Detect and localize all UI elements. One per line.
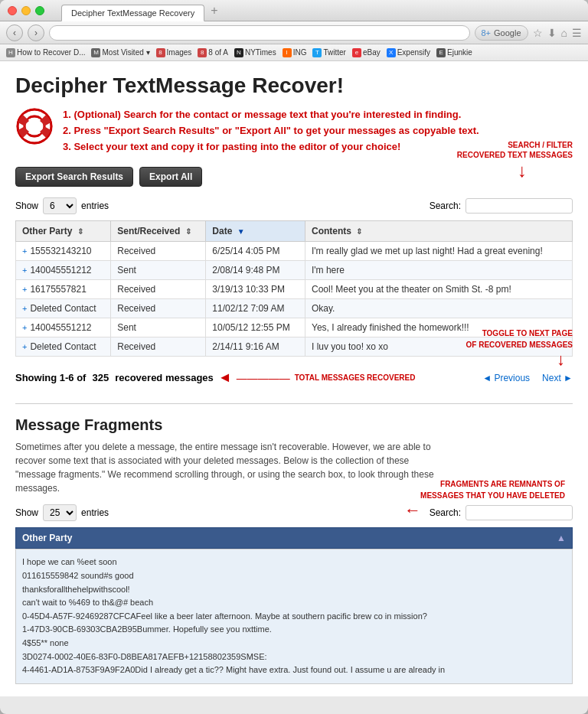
annotation-arrow-down: ↓ (457, 160, 573, 181)
sort-arrow-direction: ⇕ (185, 227, 191, 236)
search-box: Search: (430, 198, 573, 214)
forward-button[interactable]: › (28, 24, 44, 41)
expand-icon[interactable]: + (22, 323, 27, 332)
close-button[interactable] (8, 6, 17, 15)
back-button[interactable]: ‹ (6, 24, 23, 41)
svg-point-2 (18, 109, 51, 143)
menu-icon[interactable]: ☰ (572, 27, 582, 39)
bookmark-favicon: I (283, 48, 292, 57)
fragments-entries-select[interactable]: 25 10 50 (43, 504, 77, 521)
showing-suffix: recovered messages (115, 372, 214, 383)
showing-count: 325 (92, 372, 109, 383)
bookmark-how-to[interactable]: H How to Recover D... (6, 48, 85, 57)
fragments-entries-label: entries (81, 507, 109, 518)
fragments-content: I hope we can %eet soon 011615559842 sou… (15, 549, 573, 683)
minimize-button[interactable] (21, 6, 31, 15)
col-sent-received[interactable]: Sent/Received ⇕ (111, 221, 206, 242)
bookmark-favicon: N (234, 48, 243, 57)
bookmark-label: Twitter (323, 48, 345, 57)
fragment-line-8: 3D0274-0002-40E6-83F0-D8BEA817AEFB+12158… (22, 650, 566, 664)
bookmark-favicon: M (91, 48, 100, 57)
col-date[interactable]: Date ▼ (206, 221, 305, 242)
next-button[interactable]: Next ► (542, 373, 573, 383)
toggle-label: TOGGLE TO NEXT PAGEOF RECOVERED MESSAGES (466, 329, 573, 349)
instructions-list: 1. (Optional) Search for the contact or … (63, 107, 479, 155)
total-messages-arrow2: ————— (237, 372, 290, 384)
bookmark-nytimes[interactable]: N NYTimes (234, 48, 276, 57)
pagination: ◄ Previous Next ► (482, 373, 573, 383)
entries-select[interactable]: 6 10 25 (43, 197, 77, 214)
showing-text: Showing 1-6 of (15, 372, 86, 383)
title-bar: Decipher TextMessage Recovery + (0, 0, 588, 21)
col-other-party-fragments[interactable]: Other Party ▲ (15, 527, 573, 549)
expand-icon[interactable]: + (22, 266, 27, 275)
table-row: +140045551212 Sent 2/08/14 9:48 PM I'm h… (16, 261, 573, 280)
bookmark-label: eBay (363, 48, 381, 57)
col-contents[interactable]: Contents ⇕ (305, 221, 572, 242)
fragment-line-7: 4$55** none (22, 637, 566, 650)
search-engine-icon: 8+ (482, 28, 492, 37)
cell-content: Cool! Meet you at the theater on Smith S… (305, 280, 572, 299)
address-bar[interactable] (49, 25, 470, 41)
fragments-show-entries: Show 25 10 50 entries (15, 504, 109, 521)
expand-icon[interactable]: + (22, 304, 27, 313)
expand-icon[interactable]: + (22, 246, 27, 256)
cell-party: +140045551212 (16, 318, 111, 337)
active-tab[interactable]: Decipher TextMessage Recovery (61, 5, 204, 21)
previous-button[interactable]: ◄ Previous (482, 373, 530, 383)
total-messages-arrow: ◄ (218, 370, 232, 386)
expand-icon[interactable]: + (22, 342, 27, 351)
bookmark-label: ING (293, 48, 307, 57)
bookmark-favicon: X (387, 48, 396, 57)
fragment-line-9: 4-4461-AD1A-8753F9A9F2A0Did I already ge… (22, 663, 566, 677)
home-icon[interactable]: ⌂ (561, 27, 567, 39)
bookmark-expensify[interactable]: X Expensify (387, 48, 430, 57)
bookmark-label: NYTimes (245, 48, 276, 57)
bookmark-most-visited[interactable]: M Most Visited ▾ (91, 48, 149, 57)
pagination-block: TOGGLE TO NEXT PAGEOF RECOVERED MESSAGES… (482, 373, 573, 383)
bookmark-icon[interactable]: ☆ (533, 27, 543, 39)
bookmark-ejunkie[interactable]: E Ejunkie (436, 48, 472, 57)
showing-row: Showing 1-6 of 325 recovered messages ◄ … (15, 364, 573, 391)
bookmark-twitter[interactable]: T Twitter (312, 48, 345, 57)
table-row: +155532143210 Received 6/25/14 4:05 PM I… (16, 242, 573, 261)
tab-title: Decipher TextMessage Recovery (71, 8, 194, 18)
fragment-line-5: 0-45D4-A57F-92469287CFCAFeel like a beer… (22, 610, 566, 624)
cell-date: 2/08/14 9:48 PM (206, 261, 305, 280)
fragment-line-1: I hope we can %eet soon (22, 556, 566, 569)
maximize-button[interactable] (35, 6, 44, 15)
export-all-button[interactable]: Export All (139, 167, 202, 187)
cell-party: +16175557821 (16, 280, 111, 299)
search-bar[interactable]: 8+ Google (475, 25, 528, 41)
showing-info-block: Showing 1-6 of 325 recovered messages ◄ … (15, 364, 415, 391)
export-search-button[interactable]: Export Search Results (15, 167, 133, 187)
cell-direction: Received (111, 242, 206, 261)
fragments-annotation: FRAGMENTS ARE REMNANTS OFMESSAGES THAT Y… (404, 478, 565, 520)
sort-arrow-party: ⇕ (77, 227, 83, 236)
bookmark-label: Most Visited ▾ (102, 48, 149, 57)
search-placeholder: Google (494, 28, 521, 37)
bookmark-favicon: 8 (156, 48, 165, 57)
bookmark-favicon: 8 (198, 48, 207, 57)
bookmark-ebay[interactable]: e eBay (352, 48, 381, 57)
expand-icon[interactable]: + (22, 285, 27, 294)
table-controls: Show 6 10 25 entries Search: (15, 197, 573, 214)
bookmark-images[interactable]: 8 Images (156, 48, 192, 57)
total-messages-label: TOTAL MESSAGES RECOVERED (295, 373, 416, 382)
bookmark-ing[interactable]: I ING (283, 48, 307, 57)
save-icon[interactable]: ⬇ (547, 27, 557, 39)
cell-content: Okay. (305, 299, 572, 318)
col-other-party-fragments-label: Other Party (22, 533, 72, 543)
col-contents-label: Contents (312, 226, 351, 236)
sort-arrow-contents: ⇕ (356, 227, 362, 236)
cell-party: +155532143210 (16, 242, 111, 261)
new-tab-button[interactable]: + (211, 5, 217, 17)
show-entries: Show 6 10 25 entries (15, 197, 109, 214)
search-input[interactable] (466, 198, 573, 214)
cell-party: +Deleted Contact (16, 299, 111, 318)
svg-point-3 (24, 116, 44, 136)
cell-content: I'm here (305, 261, 572, 280)
bookmark-8ofa[interactable]: 8 8 of A (198, 48, 228, 57)
instruction-1: 1. (Optional) Search for the contact or … (63, 107, 479, 123)
col-other-party[interactable]: Other Party ⇕ (16, 221, 111, 242)
